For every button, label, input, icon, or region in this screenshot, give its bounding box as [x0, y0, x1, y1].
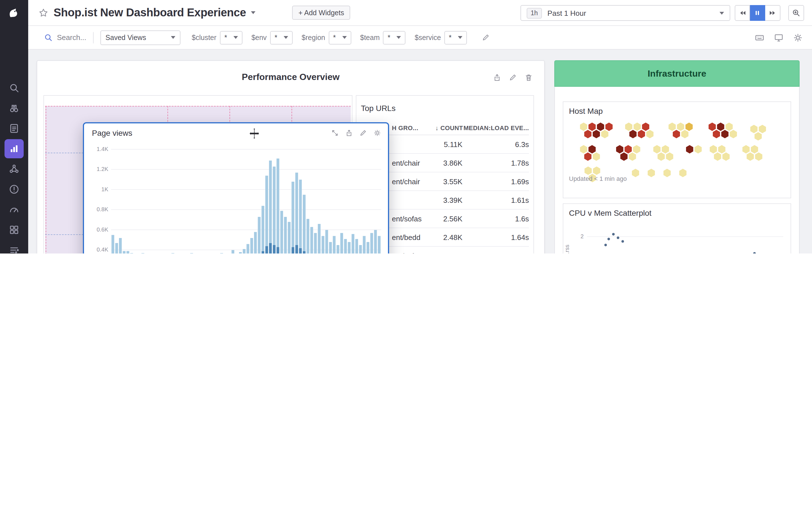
- page-views-title: Page views: [92, 128, 132, 137]
- edit-pencil-icon[interactable]: [359, 129, 367, 137]
- infrastructure-icon[interactable]: [4, 99, 24, 118]
- edit-pencil-icon[interactable]: [509, 73, 517, 82]
- forward-button[interactable]: [765, 5, 780, 21]
- scatterplot-chart[interactable]: 012020406080100120docker.cpu.usercker.me…: [563, 217, 791, 253]
- host-map-chart[interactable]: [568, 117, 791, 198]
- logs-icon[interactable]: [4, 119, 24, 138]
- divider: [93, 32, 94, 43]
- trash-icon[interactable]: [524, 73, 533, 82]
- page-title: Shop.ist New Dashboard Experience: [54, 6, 246, 19]
- time-preset-chip: 1h: [527, 8, 542, 18]
- search-icon: [44, 33, 52, 42]
- move-cursor: [248, 127, 260, 140]
- column-median[interactable]: MEDIAN:LOAD EVE...: [463, 124, 529, 131]
- integrations-icon[interactable]: [4, 220, 24, 239]
- variable-name: $cluster: [192, 34, 216, 41]
- title-dropdown-icon[interactable]: [251, 11, 256, 14]
- search-icon[interactable]: [4, 78, 24, 98]
- chevron-down-icon: [719, 11, 724, 14]
- app: Shop.ist New Dashboard Experience + Add …: [0, 0, 812, 253]
- variable-name: $service: [415, 34, 441, 41]
- keyboard-shortcuts-icon[interactable]: [755, 33, 765, 43]
- tv-mode-icon[interactable]: [774, 33, 784, 43]
- monitors-icon[interactable]: [4, 180, 24, 199]
- scatterplot-widget: CPU v Mem Scatterplot 012020406080100120…: [563, 203, 791, 253]
- variable-value-dropdown[interactable]: *: [444, 31, 467, 44]
- scatterplot-title: CPU v Mem Scatterplot: [569, 209, 652, 217]
- rewind-button[interactable]: [735, 5, 750, 21]
- time-nav-buttons: [735, 5, 780, 21]
- variable-value-dropdown[interactable]: *: [270, 31, 293, 44]
- topbar: Shop.ist New Dashboard Experience + Add …: [28, 0, 812, 26]
- page-views-floating-widget[interactable]: Page views 0K0.2K0.4K0.6K0.8K1K1.2K1.4K1…: [83, 122, 389, 253]
- page-views-chart[interactable]: 0K0.2K0.4K0.6K0.8K1K1.2K1.4K17:0017:1517…: [87, 145, 387, 253]
- svg-text:0.8K: 0.8K: [97, 206, 109, 212]
- gear-icon[interactable]: [793, 33, 803, 43]
- zoom-icon[interactable]: [788, 5, 804, 21]
- add-widgets-button[interactable]: + Add Widgets: [292, 6, 350, 20]
- variable-value-dropdown[interactable]: *: [220, 31, 243, 44]
- filterbar: Search... Saved Views $cluster*$env*$reg…: [28, 26, 812, 50]
- expand-icon[interactable]: [331, 129, 339, 137]
- template-variables: $cluster*$env*$region*$team*$service*: [192, 31, 467, 44]
- sidebar-nav: [4, 78, 24, 253]
- processes-icon[interactable]: [4, 159, 24, 179]
- svg-text:0.6K: 0.6K: [97, 226, 109, 233]
- host-map-widget: Host Map Updated < 1 min ago: [563, 101, 791, 198]
- pipelines-icon[interactable]: [4, 240, 24, 253]
- share-icon[interactable]: [345, 129, 353, 137]
- variable-name: $team: [360, 34, 380, 41]
- variable-name: $region: [302, 34, 325, 41]
- host-map-title: Host Map: [569, 107, 603, 115]
- svg-text:1K: 1K: [101, 186, 109, 192]
- column-count[interactable]: ↓ COUNT: [435, 124, 463, 131]
- pause-button[interactable]: [750, 5, 765, 21]
- datadog-logo-icon[interactable]: [4, 4, 24, 24]
- right-column: Infrastructure Host Map Updated < 1 min …: [554, 60, 800, 253]
- svg-text:1.2K: 1.2K: [97, 166, 109, 172]
- template-variable: $cluster*: [192, 31, 243, 44]
- template-variable: $env*: [252, 31, 293, 44]
- apm-icon[interactable]: [4, 200, 24, 219]
- edit-variables-pencil-icon[interactable]: [481, 33, 490, 42]
- variable-name: $env: [252, 34, 267, 41]
- variable-value-dropdown[interactable]: *: [383, 31, 406, 44]
- template-variable: $region*: [302, 31, 351, 44]
- infrastructure-group-header[interactable]: Infrastructure: [554, 60, 800, 87]
- variable-value-dropdown[interactable]: *: [328, 31, 351, 44]
- host-map-updated-label: Updated < 1 min ago: [569, 175, 627, 182]
- template-variable: $service*: [415, 31, 467, 44]
- saved-views-dropdown[interactable]: Saved Views: [100, 30, 181, 45]
- search-input[interactable]: Search...: [44, 33, 86, 42]
- panel-title: Performance Overview: [37, 72, 544, 82]
- gear-icon[interactable]: [373, 129, 381, 137]
- time-range-label: Past 1 Hour: [548, 9, 714, 17]
- sidebar: [0, 0, 28, 253]
- svg-text:1.4K: 1.4K: [97, 146, 109, 152]
- svg-text:cker.mem.rss: cker.mem.rss: [564, 245, 570, 253]
- share-icon[interactable]: [493, 73, 501, 82]
- favorite-star-icon[interactable]: [38, 8, 49, 18]
- dashboard-canvas: Performance Overview Top URLs: [28, 50, 812, 253]
- svg-text:2: 2: [580, 233, 583, 239]
- template-variable: $team*: [360, 31, 406, 44]
- svg-text:0.4K: 0.4K: [97, 246, 109, 252]
- time-range-selector[interactable]: 1h Past 1 Hour: [520, 5, 730, 21]
- metrics-icon[interactable]: [4, 139, 24, 158]
- top-urls-title: Top URLs: [356, 96, 534, 113]
